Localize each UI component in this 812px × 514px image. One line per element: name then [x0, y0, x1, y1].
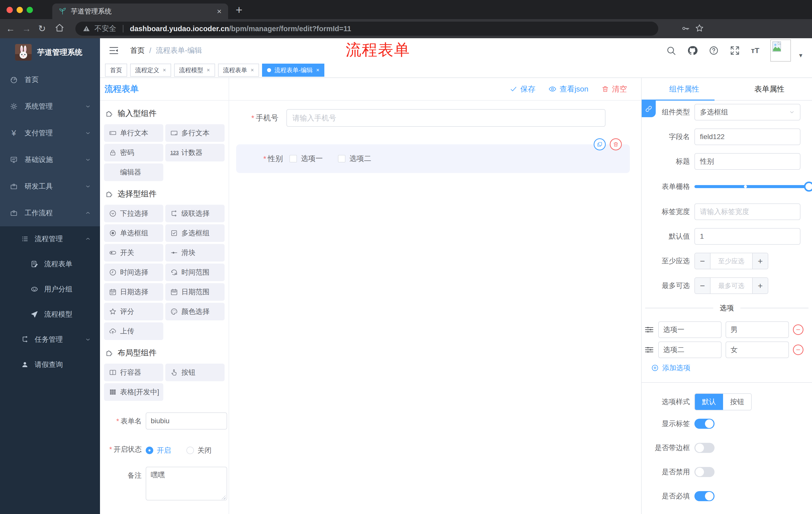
drag-handle-icon[interactable] — [644, 345, 654, 355]
increment-button[interactable]: + — [752, 253, 768, 269]
palette-item-password[interactable]: 密码 — [104, 144, 163, 161]
label-width-input[interactable] — [694, 204, 801, 220]
security-warning-icon[interactable] — [82, 25, 90, 32]
required-toggle[interactable] — [694, 491, 715, 501]
add-option-link[interactable]: 添加选项 — [642, 363, 812, 373]
sidebar-item-user-group[interactable]: 用户分组 — [0, 277, 100, 302]
clear-button[interactable]: 清空 — [602, 84, 627, 94]
form-name-input[interactable] — [146, 412, 227, 430]
breadcrumb-home[interactable]: 首页 — [130, 46, 145, 56]
increment-button[interactable]: + — [752, 278, 768, 294]
palette-item-counter[interactable]: 123计数器 — [165, 144, 225, 161]
close-window-button[interactable] — [6, 7, 13, 13]
option-value-input[interactable] — [726, 321, 789, 338]
option-label-input[interactable] — [658, 321, 722, 338]
form-grid-slider[interactable] — [694, 185, 810, 188]
sidebar-item-process-model[interactable]: 流程模型 — [0, 302, 100, 327]
duplicate-field-button[interactable] — [594, 138, 606, 151]
tag-process-form[interactable]: 流程表单× — [218, 64, 259, 77]
sidebar-item-system[interactable]: 系统管理 — [0, 93, 100, 120]
remove-option-button[interactable]: − — [793, 324, 804, 335]
font-size-icon[interactable]: ᴛT — [751, 46, 759, 55]
status-off-label[interactable]: 关闭 — [198, 445, 211, 455]
show-label-toggle[interactable] — [694, 419, 715, 429]
palette-item-select[interactable]: 下拉选择 — [104, 205, 163, 222]
max-select-input[interactable] — [710, 278, 752, 294]
palette-item-checkbox-group[interactable]: 多选框组 — [165, 224, 225, 242]
tag-close-icon[interactable]: × — [316, 67, 320, 74]
canvas-field-gender-selected[interactable]: 性别 选项一 选项二 — [236, 144, 630, 173]
palette-item-color-picker[interactable]: 颜色选择 — [165, 303, 225, 320]
tag-close-icon[interactable]: × — [251, 67, 254, 74]
slider-thumb[interactable] — [804, 182, 812, 192]
decrement-button[interactable]: − — [695, 253, 710, 269]
palette-item-slider[interactable]: 滑块 — [165, 244, 225, 262]
avatar[interactable] — [770, 39, 791, 62]
remark-textarea[interactable]: 嘿嘿 — [146, 467, 227, 501]
new-tab-button[interactable]: + — [236, 3, 242, 17]
option-label-input[interactable] — [658, 342, 722, 358]
delete-field-button[interactable] — [610, 138, 622, 151]
canvas-field-phone[interactable]: 手机号 — [240, 109, 630, 127]
decrement-button[interactable]: − — [695, 278, 710, 294]
avatar-caret-icon[interactable]: ▼ — [798, 52, 804, 59]
status-on-radio[interactable] — [146, 447, 153, 454]
back-icon[interactable]: ← — [6, 24, 15, 34]
palette-item-time-range[interactable]: 时间范围 — [165, 264, 225, 281]
palette-item-row-container[interactable]: 行容器 — [104, 363, 163, 381]
palette-item-radio-group[interactable]: 单选框组 — [104, 224, 163, 242]
tag-process-form-edit[interactable]: 流程表单-编辑× — [262, 64, 325, 77]
palette-item-multi-text[interactable]: 多行文本 — [165, 124, 225, 142]
palette-item-rate[interactable]: 评分 — [104, 303, 163, 320]
field-name-input[interactable] — [694, 129, 801, 145]
sidebar-logo-row[interactable]: 芋道管理系统 — [0, 38, 100, 66]
view-json-button[interactable]: 查看json — [548, 84, 588, 94]
sidebar-item-workflow[interactable]: 工作流程 — [0, 200, 100, 226]
phone-field-input[interactable] — [286, 109, 606, 127]
url-text[interactable]: dashboard.yudao.iocoder.cn/bpm/manager/f… — [130, 25, 351, 33]
option-value-input[interactable] — [726, 342, 789, 358]
palette-item-time-picker[interactable]: 时间选择 — [104, 264, 163, 281]
palette-item-cascader[interactable]: 级联选择 — [165, 205, 225, 222]
help-icon[interactable] — [709, 46, 719, 56]
component-type-select[interactable]: 多选框组 — [694, 104, 801, 120]
sidebar-item-home[interactable]: 首页 — [0, 66, 100, 93]
gender-option1-label[interactable]: 选项一 — [301, 154, 323, 164]
minimize-window-button[interactable] — [17, 7, 23, 13]
default-value-input[interactable] — [694, 228, 801, 245]
tag-close-icon[interactable]: × — [207, 67, 210, 74]
gender-option2-label[interactable]: 选项二 — [349, 154, 371, 164]
url-bar[interactable]: 不安全 dashboard.yudao.iocoder.cn/bpm/manag… — [76, 22, 658, 36]
palette-item-editor[interactable]: 编辑器 — [104, 163, 163, 181]
sidebar-item-task-manage[interactable]: 任务管理 — [0, 327, 100, 352]
gender-option2-checkbox[interactable] — [338, 155, 345, 162]
tab-close-icon[interactable]: × — [217, 7, 222, 16]
palette-item-date-picker[interactable]: 日期选择 — [104, 283, 163, 301]
tag-process-definition[interactable]: 流程定义× — [130, 64, 171, 77]
style-button-button[interactable]: 按钮 — [723, 394, 751, 410]
style-default-button[interactable]: 默认 — [695, 394, 723, 410]
save-button[interactable]: 保存 — [510, 84, 535, 94]
palette-item-upload[interactable]: 上传 — [104, 322, 163, 340]
palette-item-table[interactable]: 表格[开发中] — [104, 383, 163, 401]
github-icon[interactable] — [687, 45, 698, 56]
palette-item-button[interactable]: 按钮 — [165, 363, 225, 381]
home-icon[interactable] — [55, 23, 64, 33]
sidebar-item-infrastructure[interactable]: 基础设施 — [0, 146, 100, 173]
sidebar-item-process-form[interactable]: 流程表单 — [0, 251, 100, 277]
search-icon[interactable] — [666, 46, 676, 56]
key-icon[interactable] — [682, 24, 690, 33]
browser-tab[interactable]: 芋道管理系统 × — [52, 3, 228, 19]
disabled-toggle[interactable] — [694, 467, 715, 477]
link-icon-tab[interactable] — [642, 101, 656, 117]
tag-home[interactable]: 首页 — [105, 64, 127, 77]
status-on-label[interactable]: 开启 — [157, 445, 171, 455]
sidebar-item-payment[interactable]: ¥ 支付管理 — [0, 120, 100, 146]
tab-form-props[interactable]: 表单属性 — [727, 78, 812, 100]
sidebar-item-process-manage[interactable]: 流程管理 — [0, 226, 100, 251]
bookmark-star-icon[interactable] — [695, 24, 704, 33]
tag-process-model[interactable]: 流程模型× — [174, 64, 215, 77]
title-input[interactable] — [694, 153, 801, 170]
reload-icon[interactable]: ↻ — [38, 24, 46, 34]
forward-icon[interactable]: → — [22, 24, 31, 34]
